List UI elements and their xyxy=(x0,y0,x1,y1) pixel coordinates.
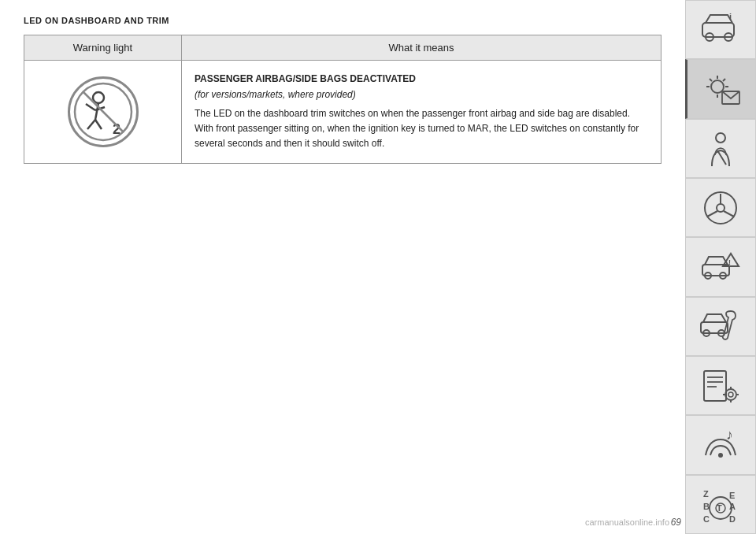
sidebar-item-driving[interactable] xyxy=(685,178,756,237)
svg-line-5 xyxy=(95,120,102,129)
sidebar-item-index[interactable]: Z B C E A D T xyxy=(685,475,756,534)
col2-header: What it means xyxy=(182,35,662,61)
sidebar-item-settings[interactable] xyxy=(685,356,756,415)
svg-line-26 xyxy=(707,211,717,217)
table-row: 2 PASSENGER AIRBAG/SIDE BAGS DEACTIVATED… xyxy=(24,61,662,164)
svg-text:♪: ♪ xyxy=(726,427,733,443)
svg-text:B: B xyxy=(703,502,710,511)
svg-line-4 xyxy=(87,120,95,129)
svg-line-18 xyxy=(710,79,712,81)
svg-point-13 xyxy=(711,80,724,93)
svg-text:C: C xyxy=(703,514,710,524)
svg-point-0 xyxy=(93,92,104,103)
settings-icon xyxy=(699,365,742,407)
sidebar-item-car-info[interactable]: i xyxy=(685,0,756,59)
svg-text:Z: Z xyxy=(703,489,709,499)
sidebar-item-warning-lights[interactable] xyxy=(685,59,756,118)
svg-text:D: D xyxy=(729,514,736,524)
svg-text:i: i xyxy=(729,12,732,21)
sidebar-item-multimedia[interactable]: ♪ xyxy=(685,415,756,474)
right-sidebar: i xyxy=(685,0,756,534)
emergency-icon: ! xyxy=(699,246,742,288)
bottom-bar: carmanualsonline.info xyxy=(0,510,685,534)
sidebar-item-emergency[interactable]: ! xyxy=(685,237,756,296)
multimedia-icon: ♪ xyxy=(699,424,742,466)
warning-icon-cell: 2 xyxy=(24,61,182,164)
sidebar-item-maintenance[interactable] xyxy=(685,297,756,356)
main-content: LED ON DASHBOARD AND TRIM Warning light … xyxy=(0,0,685,534)
car-info-icon: i xyxy=(699,9,742,51)
page-title: LED ON DASHBOARD AND TRIM xyxy=(24,16,662,25)
svg-line-19 xyxy=(723,79,725,81)
svg-text:!: ! xyxy=(728,258,731,266)
svg-point-45 xyxy=(718,453,723,458)
desc-title: PASSENGER AIRBAG/SIDE BAGS DEACTIVATED xyxy=(195,72,648,86)
steering-wheel-icon xyxy=(699,187,742,229)
svg-point-24 xyxy=(717,204,724,212)
col1-header: Warning light xyxy=(24,35,182,61)
index-icon: Z B C E A D T xyxy=(699,483,742,525)
svg-rect-35 xyxy=(704,371,726,401)
desc-subtitle: (for versions/markets, where provided) xyxy=(195,87,648,102)
warning-table: Warning light What it means xyxy=(24,35,662,164)
svg-text:T: T xyxy=(717,503,722,513)
svg-point-40 xyxy=(728,392,733,397)
warning-light-icon xyxy=(700,68,743,110)
maintenance-icon xyxy=(699,305,742,347)
svg-text:E: E xyxy=(729,491,735,500)
svg-text:A: A xyxy=(729,502,736,511)
warning-desc-cell: PASSENGER AIRBAG/SIDE BAGS DEACTIVATED (… xyxy=(182,61,662,164)
passenger-airbag-icon: 2 xyxy=(72,80,135,143)
watermark-text: carmanualsonline.info xyxy=(585,517,669,527)
svg-line-2 xyxy=(86,104,95,110)
sidebar-item-safety[interactable] xyxy=(685,119,756,178)
safety-icon xyxy=(699,127,742,169)
desc-body: The LED on the dashboard trim switches o… xyxy=(195,106,648,152)
svg-point-39 xyxy=(725,389,736,400)
svg-line-27 xyxy=(724,211,734,217)
svg-point-21 xyxy=(716,133,725,143)
warning-icon-circle: 2 xyxy=(68,76,139,147)
